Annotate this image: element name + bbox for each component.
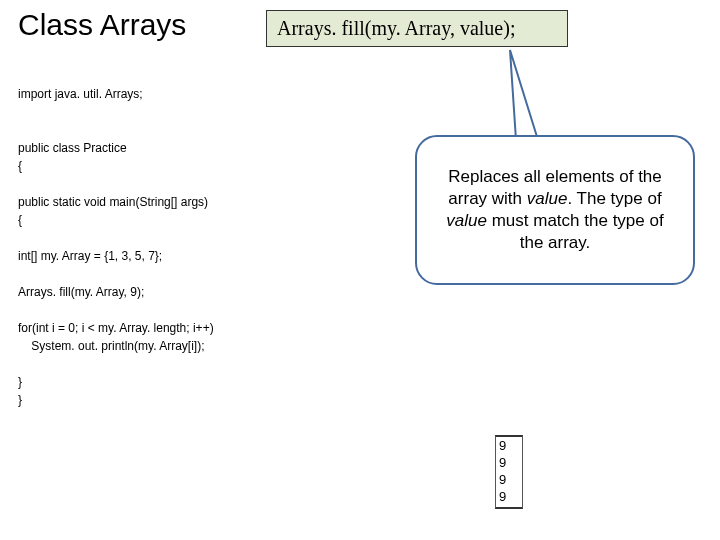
output-box: 9 9 9 9	[495, 435, 523, 509]
code-line: {	[18, 213, 22, 227]
code-line: for(int i = 0; i < my. Array. length; i+…	[18, 321, 214, 335]
explanation-callout: Replaces all elements of the array with …	[415, 135, 695, 285]
code-line: }	[18, 375, 22, 389]
code-listing: import java. util. Arrays; public class …	[18, 85, 214, 409]
callout-segment: must match the type of the array.	[487, 211, 664, 252]
output-line: 9	[499, 455, 519, 472]
callout-segment: . The type of	[567, 189, 661, 208]
method-signature-box: Arrays. fill(my. Array, value);	[266, 10, 568, 47]
output-line: 9	[499, 472, 519, 489]
code-line: public static void main(String[] args)	[18, 195, 208, 209]
code-line: {	[18, 159, 22, 173]
output-line: 9	[499, 489, 519, 506]
output-line: 9	[499, 438, 519, 455]
code-line: }	[18, 393, 22, 407]
code-line: System. out. println(my. Array[i]);	[18, 339, 205, 353]
slide-title: Class Arrays	[18, 8, 186, 42]
code-line: Arrays. fill(my. Array, 9);	[18, 285, 144, 299]
code-line: import java. util. Arrays;	[18, 87, 143, 101]
code-line: public class Practice	[18, 141, 127, 155]
callout-italic: value	[527, 189, 568, 208]
callout-italic: value	[446, 211, 487, 230]
callout-text: Replaces all elements of the array with …	[437, 166, 673, 254]
code-line: int[] my. Array = {1, 3, 5, 7};	[18, 249, 162, 263]
